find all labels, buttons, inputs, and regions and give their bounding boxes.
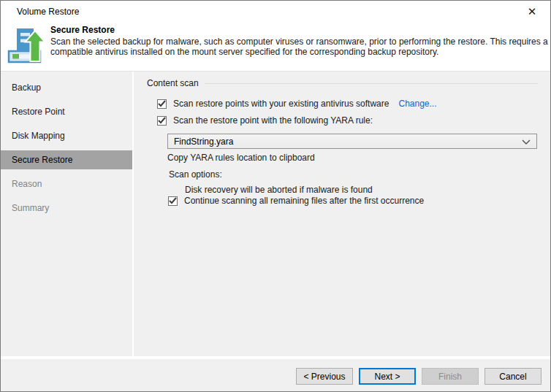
continue-scanning-label[interactable]: Continue scanning all remaining files af…: [184, 196, 424, 206]
sidebar-item-secure-restore[interactable]: Secure Restore: [1, 150, 132, 169]
yara-scan-checkbox[interactable]: [157, 116, 167, 126]
sidebar-item-summary: Summary: [1, 199, 132, 218]
antivirus-scan-row: Scan restore points with your existing a…: [157, 99, 437, 109]
previous-button[interactable]: < Previous: [296, 368, 353, 385]
yara-rule-select[interactable]: FindString.yara: [167, 134, 537, 149]
yara-scan-row: Scan the restore point with the followin…: [157, 115, 373, 126]
secure-restore-panel: Content scan Scan restore points with yo…: [134, 72, 551, 356]
scan-options-label: Scan options:: [169, 169, 222, 180]
abort-note-text: Disk recovery will be aborted if malware…: [185, 185, 373, 195]
yara-rule-selected-value: FindString.yara: [174, 137, 522, 147]
antivirus-scan-checkbox[interactable]: [157, 99, 167, 109]
cancel-button[interactable]: Cancel: [484, 368, 542, 385]
close-icon[interactable]: ✕: [520, 1, 544, 23]
sidebar-item-backup[interactable]: Backup: [1, 78, 132, 97]
continue-scanning-checkbox[interactable]: [168, 196, 178, 206]
window-title: Volume Restore: [17, 7, 79, 17]
copy-yara-location-link[interactable]: Copy YARA rules location to clipboard: [167, 153, 315, 163]
chevron-down-icon: [522, 139, 531, 145]
sidebar-item-restore-point[interactable]: Restore Point: [1, 102, 132, 121]
sidebar-item-reason: Reason: [1, 174, 132, 193]
wizard-steps-sidebar: Backup Restore Point Disk Mapping Secure…: [1, 72, 132, 356]
finish-button: Finish: [422, 368, 479, 385]
wizard-footer: < Previous Next > Finish Cancel: [1, 358, 550, 392]
checkmark-icon: [169, 197, 177, 204]
titlebar: Volume Restore ✕: [1, 1, 550, 23]
wizard-header: Secure Restore Scan the selected backup …: [1, 23, 550, 71]
wizard-body: Backup Restore Point Disk Mapping Secure…: [1, 71, 550, 356]
content-scan-group-label: Content scan: [147, 78, 205, 88]
checkmark-icon: [158, 100, 166, 107]
content-scan-group: Content scan: [147, 78, 538, 88]
volume-restore-dialog: Volume Restore ✕ Secure Restore Scan the…: [0, 0, 551, 392]
step-title: Secure Restore: [50, 25, 115, 35]
yara-scan-label[interactable]: Scan the restore point with the followin…: [173, 115, 373, 126]
sidebar-item-disk-mapping[interactable]: Disk Mapping: [1, 126, 132, 145]
step-description: Scan the selected backup for malware, su…: [50, 36, 548, 57]
change-link[interactable]: Change...: [398, 99, 436, 109]
step-description-line1: Scan the selected backup for malware, su…: [50, 36, 548, 47]
antivirus-scan-label[interactable]: Scan restore points with your existing a…: [173, 99, 389, 109]
continue-scanning-row: Continue scanning all remaining files af…: [168, 196, 424, 206]
groupbox-rule: [205, 83, 538, 84]
checkmark-icon: [158, 117, 166, 124]
step-description-line2: compatible antivirus installed on the mo…: [50, 47, 548, 57]
next-button[interactable]: Next >: [359, 368, 416, 385]
volume-restore-icon: [7, 27, 45, 66]
